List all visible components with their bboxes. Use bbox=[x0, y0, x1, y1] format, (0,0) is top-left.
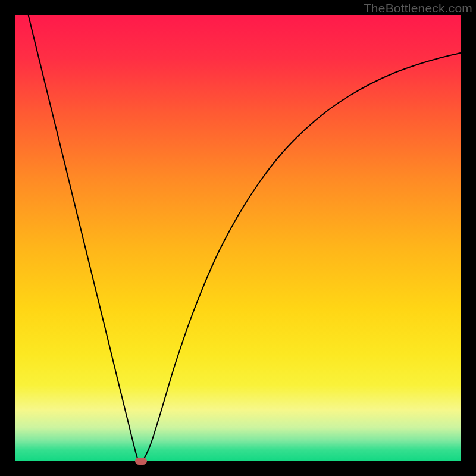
chart-frame bbox=[15, 15, 461, 461]
bottleneck-chart bbox=[15, 15, 461, 461]
chart-background bbox=[15, 15, 461, 461]
optimal-point-marker bbox=[135, 458, 147, 465]
watermark-text: TheBottleneck.com bbox=[364, 1, 472, 15]
